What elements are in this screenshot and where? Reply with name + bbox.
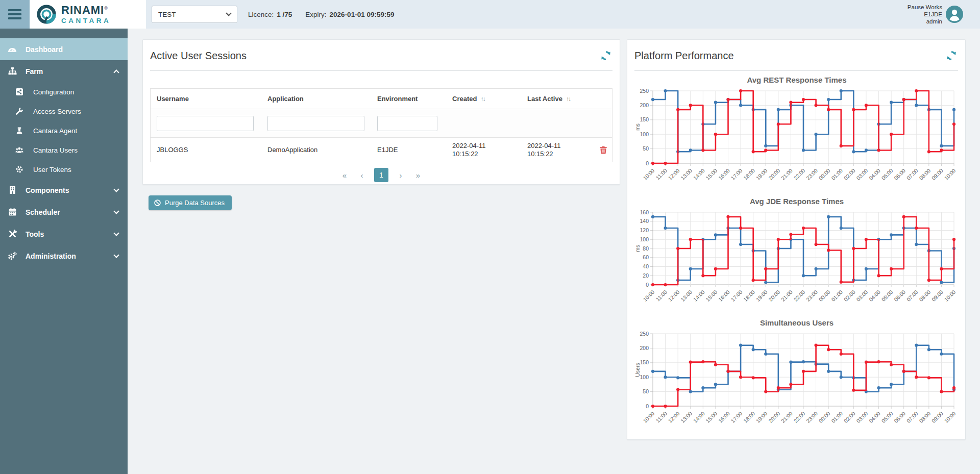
col-header-last-active[interactable]: Last Active↑↓ — [521, 95, 595, 103]
svg-text:160: 160 — [640, 209, 649, 215]
sidebar-item-tools[interactable]: Tools — [0, 223, 128, 245]
sidebar-item-administration[interactable]: Administration — [0, 245, 128, 267]
pagination-page-1-button[interactable]: 1 — [374, 168, 388, 182]
col-header-created[interactable]: Created↑↓ — [446, 95, 521, 103]
svg-text:10:00: 10:00 — [943, 289, 957, 303]
svg-text:15:00: 15:00 — [704, 167, 718, 181]
environment-filter-input[interactable] — [377, 116, 437, 131]
col-header-environment: Environment — [371, 95, 446, 103]
pagination-prev-button[interactable]: ‹ — [357, 171, 367, 180]
sessions-table: Username Application Environment Created… — [150, 88, 612, 162]
svg-text:21:00: 21:00 — [780, 167, 794, 181]
svg-text:100: 100 — [640, 236, 649, 242]
col-header-username: Username — [151, 95, 261, 103]
svg-text:20:00: 20:00 — [767, 410, 781, 424]
sidebar-item-access-servers[interactable]: Access Servers — [0, 102, 128, 121]
hamburger-menu-button[interactable] — [0, 0, 30, 29]
svg-text:22:00: 22:00 — [792, 410, 806, 424]
delete-session-trash-icon[interactable] — [599, 145, 608, 155]
svg-text:12:00: 12:00 — [667, 289, 681, 303]
sidebar-item-dashboard[interactable]: Dashboard — [0, 38, 128, 60]
svg-text:14:00: 14:00 — [692, 289, 706, 303]
svg-text:12:00: 12:00 — [667, 167, 681, 181]
svg-text:13:00: 13:00 — [679, 410, 693, 424]
svg-text:00:00: 00:00 — [818, 410, 831, 424]
top-header: RINAMI® CANTARA TEST Licence: 1 /75 Expi… — [0, 0, 980, 29]
svg-text:80: 80 — [643, 245, 649, 252]
svg-text:23:00: 23:00 — [805, 167, 819, 181]
chart-block: Avg REST Response Times 0501001502002501… — [634, 76, 959, 196]
logo-mark-icon — [36, 4, 57, 25]
svg-text:140: 140 — [640, 218, 649, 224]
purge-data-sources-button[interactable]: Purge Data Sources — [149, 195, 232, 210]
user-avatar-icon[interactable] — [946, 6, 963, 23]
svg-text:19:00: 19:00 — [755, 167, 769, 181]
svg-text:11:00: 11:00 — [654, 410, 668, 424]
performance-title: Platform Performance — [634, 50, 734, 62]
svg-text:21:00: 21:00 — [780, 289, 794, 303]
cell-application: DemoApplication — [261, 146, 371, 154]
svg-text:21:00: 21:00 — [780, 410, 794, 424]
performance-card-header: Platform Performance — [627, 40, 965, 70]
jde-response-chart: 02040608010012014016010:0011:0012:0013:0… — [634, 207, 959, 317]
svg-text:10:00: 10:00 — [642, 410, 655, 424]
refresh-icon[interactable] — [946, 50, 957, 61]
sidebar-item-components[interactable]: Components — [0, 179, 128, 201]
cell-created: 2022-04-11 10:15:22 — [446, 142, 521, 158]
pagination-first-button[interactable]: « — [339, 171, 350, 180]
charts-container: Avg REST Response Times 0501001502002501… — [634, 74, 959, 440]
environment-select[interactable]: TEST — [152, 6, 237, 23]
svg-text:06:00: 06:00 — [893, 167, 906, 181]
application-filter-input[interactable] — [267, 116, 364, 131]
pagination-next-button[interactable]: › — [396, 171, 406, 180]
svg-text:19:00: 19:00 — [755, 410, 769, 424]
sidebar-item-configuration[interactable]: Configuration — [0, 82, 128, 102]
svg-text:13:00: 13:00 — [679, 289, 693, 303]
username-filter-input[interactable] — [157, 116, 254, 131]
divider — [634, 70, 958, 71]
svg-text:18:00: 18:00 — [742, 167, 756, 181]
svg-text:250: 250 — [640, 331, 649, 337]
svg-text:60: 60 — [643, 254, 649, 260]
svg-text:200: 200 — [640, 102, 649, 108]
platform-performance-card: Platform Performance Avg REST Response T… — [627, 39, 966, 440]
configuration-icon — [15, 88, 23, 96]
svg-text:22:00: 22:00 — [792, 167, 806, 181]
pagination-last-button[interactable]: » — [413, 171, 423, 180]
svg-text:0: 0 — [646, 282, 649, 288]
licence-info: Licence: 1 /75 Expiry: 2026-01-01 09:59:… — [248, 0, 394, 29]
sidebar-item-scheduler[interactable]: Scheduler — [0, 201, 128, 223]
svg-text:00:00: 00:00 — [818, 167, 831, 181]
cell-environment: E1JDE — [371, 146, 446, 154]
chevron-up-icon — [113, 69, 119, 75]
svg-text:18:00: 18:00 — [742, 410, 756, 424]
svg-text:40: 40 — [643, 263, 649, 269]
svg-text:0: 0 — [646, 160, 649, 166]
sessions-card-header: Active User Sessions — [143, 40, 620, 70]
svg-text:06:00: 06:00 — [893, 410, 906, 424]
sidebar-item-cantara-users[interactable]: Cantara Users — [0, 140, 128, 160]
chevron-down-icon — [113, 252, 119, 258]
svg-text:17:00: 17:00 — [729, 167, 743, 181]
sidebar-item-cantara-agent[interactable]: Cantara Agent — [0, 121, 128, 140]
sidebar-item-farm[interactable]: Farm — [0, 60, 128, 82]
svg-text:150: 150 — [640, 116, 649, 122]
rest-response-chart: 05010015020025010:0011:0012:0013:0014:00… — [634, 86, 959, 196]
tools-icon — [8, 230, 17, 239]
sidebar-nav: Dashboard Farm Configuration — [0, 29, 128, 474]
svg-text:23:00: 23:00 — [805, 410, 819, 424]
svg-text:100: 100 — [640, 374, 649, 380]
licence-value: 1 /75 — [277, 11, 292, 18]
chevron-down-icon — [226, 10, 231, 16]
svg-text:04:00: 04:00 — [868, 167, 881, 181]
chart-block: Avg JDE Response Times 02040608010012014… — [634, 197, 959, 317]
components-building-icon — [8, 186, 17, 195]
sort-icon: ↑↓ — [566, 95, 570, 103]
svg-text:09:00: 09:00 — [930, 167, 944, 181]
chevron-down-icon — [113, 186, 119, 192]
cell-last-active: 2022-04-11 10:15:22 — [521, 142, 595, 158]
hamburger-icon — [8, 9, 21, 11]
sidebar-item-user-tokens[interactable]: User Tokens — [0, 160, 128, 179]
refresh-icon[interactable] — [600, 50, 611, 61]
svg-text:50: 50 — [643, 388, 649, 394]
